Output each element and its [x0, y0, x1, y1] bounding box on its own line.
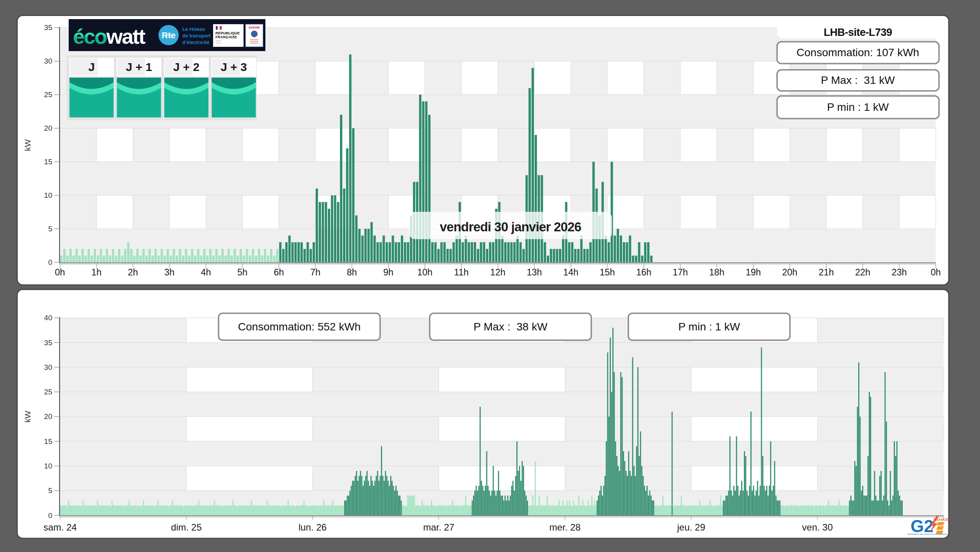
svg-text:19h: 19h — [745, 267, 761, 277]
svg-text:FRANCE: FRANCE — [934, 518, 948, 522]
svg-text:25: 25 — [44, 388, 52, 396]
svg-text:13h: 13h — [526, 267, 542, 277]
svg-text:sam. 24: sam. 24 — [43, 522, 76, 532]
svg-text:Le réseau: Le réseau — [182, 27, 205, 32]
svg-text:10h: 10h — [417, 267, 432, 277]
svg-text:P min : 1 kW: P min : 1 kW — [827, 101, 889, 113]
svg-text:ven. 30: ven. 30 — [802, 522, 833, 532]
svg-text:30: 30 — [44, 363, 52, 371]
svg-text:0: 0 — [48, 511, 52, 520]
svg-text:J: J — [88, 60, 95, 73]
svg-text:kW: kW — [23, 411, 32, 423]
svg-text:23h: 23h — [891, 267, 907, 277]
svg-text:J + 3: J + 3 — [221, 60, 247, 73]
svg-text:ADEME: ADEME — [249, 26, 260, 29]
svg-text:Consommation: 552 kWh: Consommation: 552 kWh — [238, 321, 361, 333]
svg-text:7h: 7h — [310, 267, 320, 277]
svg-text:15: 15 — [44, 437, 52, 446]
svg-text:kW: kW — [23, 139, 32, 151]
svg-text:11h: 11h — [454, 267, 468, 277]
svg-text:Optimisation des ressources én: Optimisation des ressources énergétiques — [907, 533, 948, 535]
svg-text:15: 15 — [44, 158, 52, 166]
svg-text:écowatt: écowatt — [73, 25, 146, 48]
svg-text:Rte: Rte — [162, 30, 175, 40]
svg-text:30: 30 — [44, 57, 52, 65]
svg-text:16h: 16h — [636, 267, 651, 277]
svg-text:lun. 26: lun. 26 — [299, 522, 327, 532]
svg-text:20h: 20h — [782, 267, 797, 277]
svg-text:10: 10 — [44, 462, 52, 470]
svg-text:5h: 5h — [237, 267, 247, 277]
svg-text:10: 10 — [44, 191, 52, 199]
svg-text:6h: 6h — [274, 267, 284, 277]
svg-text:17h: 17h — [672, 267, 688, 277]
svg-text:LHB-site-L739: LHB-site-L739 — [823, 27, 892, 38]
svg-text:0h: 0h — [931, 267, 941, 277]
svg-text:5: 5 — [48, 486, 52, 495]
svg-text:Consommation: 107 kWh: Consommation: 107 kWh — [797, 46, 919, 59]
svg-text:14h: 14h — [563, 267, 578, 277]
svg-text:3h: 3h — [164, 267, 174, 277]
svg-text:35: 35 — [44, 23, 52, 32]
svg-text:FRANÇAISE: FRANÇAISE — [215, 35, 237, 39]
svg-text:P Max : 31 kW: P Max : 31 kW — [821, 74, 895, 86]
svg-text:4h: 4h — [201, 267, 211, 277]
svg-text:9h: 9h — [383, 267, 393, 277]
svg-text:P min : 1 kW: P min : 1 kW — [678, 321, 740, 333]
svg-text:0h: 0h — [55, 267, 65, 277]
svg-text:40: 40 — [44, 314, 52, 322]
svg-text:J + 1: J + 1 — [126, 60, 152, 73]
svg-text:1h: 1h — [91, 267, 101, 277]
svg-text:dim. 25: dim. 25 — [171, 522, 202, 532]
svg-text:12h: 12h — [490, 267, 505, 277]
svg-text:22h: 22h — [855, 267, 870, 277]
svg-text:P Max : 38 kW: P Max : 38 kW — [473, 321, 548, 333]
svg-text:20: 20 — [44, 412, 52, 421]
svg-text:15h: 15h — [599, 267, 615, 277]
svg-text:18h: 18h — [709, 267, 724, 277]
svg-text:5: 5 — [48, 225, 52, 233]
svg-text:de transport: de transport — [182, 33, 211, 39]
svg-text:2h: 2h — [128, 267, 138, 277]
svg-text:J + 2: J + 2 — [173, 60, 200, 73]
svg-text:mer. 28: mer. 28 — [550, 522, 581, 532]
svg-text:8h: 8h — [347, 267, 357, 277]
svg-text:vendredi 30 janvier 2026: vendredi 30 janvier 2026 — [440, 220, 582, 234]
svg-text:0: 0 — [48, 258, 52, 266]
svg-text:jeu. 29: jeu. 29 — [677, 522, 705, 532]
svg-text:d’électricité: d’électricité — [182, 40, 210, 45]
svg-text:20: 20 — [44, 124, 52, 132]
svg-text:mar. 27: mar. 27 — [423, 522, 454, 532]
svg-text:21h: 21h — [818, 267, 834, 277]
svg-text:25: 25 — [44, 91, 52, 99]
svg-text:35: 35 — [44, 339, 52, 347]
